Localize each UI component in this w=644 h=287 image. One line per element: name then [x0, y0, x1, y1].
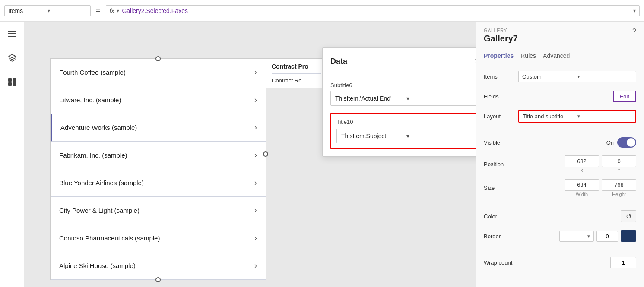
- edit-button[interactable]: Edit: [613, 91, 636, 102]
- properties-body: Items Custom ▾ Fields Edit Layout: [476, 63, 644, 287]
- size-label: Size: [484, 185, 518, 191]
- position-y-pair: Y: [602, 155, 636, 173]
- tab-rules[interactable]: Rules: [520, 49, 543, 63]
- formula-bar-chevron: ▾: [117, 8, 119, 14]
- resize-handle-right[interactable]: [263, 151, 268, 157]
- items-dropdown[interactable]: Items ▾: [4, 5, 91, 16]
- title10-dropdown[interactable]: ThisItem.Subject ▾: [336, 129, 476, 143]
- svg-rect-5: [13, 78, 16, 82]
- layout-row: Layout Title and subtitle ▾: [484, 109, 636, 123]
- data-panel-close-button[interactable]: ✕: [473, 55, 476, 68]
- gallery-item[interactable]: City Power & Light (sample) ›: [51, 197, 266, 224]
- svg-rect-7: [13, 82, 16, 86]
- size-height-pair: Height: [602, 179, 636, 197]
- formula-bar-dropdown-arrow: ▾: [633, 8, 636, 14]
- size-width-input[interactable]: [565, 179, 599, 191]
- divider-1: [484, 129, 636, 129]
- svg-rect-1: [8, 33, 16, 34]
- items-dropdown-label: Items: [8, 7, 48, 14]
- sidebar: [0, 22, 24, 287]
- subtitle6-dropdown[interactable]: ThisItem.'Actual End' ▾: [330, 91, 476, 106]
- grid-icon[interactable]: [5, 75, 19, 89]
- color-label: Color: [484, 213, 518, 220]
- toggle-switch[interactable]: [617, 137, 636, 148]
- divider-2: [484, 203, 636, 203]
- canvas-area: Fourth Coffee (sample) › Litware, Inc. (…: [24, 22, 476, 287]
- top-bar: Items ▾ = fx ▾ Gallery2.Selected.Faxes ▾: [0, 0, 644, 22]
- gallery-section-label: GALLERY: [484, 28, 632, 33]
- visible-label: Visible: [484, 139, 518, 146]
- subtitle6-value: ThisItem.'Actual End': [335, 95, 406, 102]
- formula-bar[interactable]: fx ▾ Gallery2.Selected.Faxes ▾: [106, 5, 640, 16]
- items-dropdown-props[interactable]: Custom ▾: [518, 71, 636, 82]
- data-panel: Data ✕ Subtitle6 ThisItem.'Actual End' ▾…: [322, 47, 476, 157]
- divider-3: [484, 249, 636, 249]
- resize-handle-bottom[interactable]: [155, 277, 161, 282]
- tab-properties[interactable]: Properties: [484, 49, 520, 63]
- gallery-list: Fourth Coffee (sample) › Litware, Inc. (…: [50, 58, 266, 280]
- size-row: Size Width Height: [484, 179, 636, 197]
- size-height-label: Height: [612, 192, 626, 197]
- help-icon[interactable]: ?: [632, 28, 636, 35]
- position-y-input[interactable]: [602, 155, 636, 167]
- layers-icon[interactable]: [5, 51, 19, 65]
- gallery-name: Gallery7: [484, 34, 632, 44]
- wrap-count-label: Wrap count: [484, 259, 518, 266]
- gallery-item[interactable]: Blue Yonder Airlines (sample) ›: [51, 169, 266, 197]
- gallery-item[interactable]: Contoso Pharmaceuticals (sample) ›: [51, 224, 266, 252]
- color-row: Color ↺: [484, 209, 636, 223]
- layout-dropdown[interactable]: Title and subtitle ▾: [518, 110, 636, 123]
- data-panel-header: Data ✕: [323, 48, 476, 75]
- size-width-label: Width: [576, 192, 588, 197]
- items-label: Items: [484, 73, 518, 80]
- visible-toggle: On: [606, 137, 636, 148]
- size-height-input[interactable]: [602, 179, 636, 191]
- hamburger-icon[interactable]: [5, 27, 19, 41]
- position-x-input[interactable]: [565, 155, 599, 167]
- data-panel-title: Data: [330, 57, 473, 66]
- items-row: Items Custom ▾: [484, 69, 636, 83]
- size-width-pair: Width: [565, 179, 599, 197]
- resize-handle-top[interactable]: [155, 56, 161, 61]
- subtitle6-label: Subtitle6: [330, 82, 476, 88]
- layout-value: Title and subtitle: [523, 113, 577, 120]
- canvas-preview: Contract Pro Contract Re: [266, 58, 327, 88]
- gallery-chevron-4: ›: [254, 178, 257, 187]
- equals-sign: =: [94, 6, 102, 15]
- title10-section: Title10 ThisItem.Subject ▾: [330, 113, 476, 149]
- gallery-item[interactable]: Litware, Inc. (sample) ›: [51, 86, 266, 114]
- svg-rect-4: [8, 78, 12, 82]
- border-style-dropdown[interactable]: — ▾: [559, 231, 594, 242]
- properties-panel: GALLERY Gallery7 ? Properties Rules Adva…: [476, 22, 644, 287]
- gallery-chevron-3: ›: [254, 151, 257, 160]
- title10-value: ThisItem.Subject: [341, 132, 406, 139]
- position-x-label: X: [580, 168, 583, 173]
- border-width-input[interactable]: [596, 231, 618, 242]
- gallery-item[interactable]: Adventure Works (sample) ›: [51, 114, 266, 142]
- formula-text: Gallery2.Selected.Faxes: [122, 7, 188, 14]
- position-label: Position: [484, 161, 518, 167]
- main-area: Fourth Coffee (sample) › Litware, Inc. (…: [0, 22, 644, 287]
- items-dropdown-chevron: ▾: [48, 8, 87, 14]
- border-color-swatch[interactable]: [621, 230, 636, 242]
- fields-row: Fields Edit: [484, 89, 636, 103]
- svg-rect-6: [8, 82, 12, 86]
- tab-advanced[interactable]: Advanced: [543, 49, 577, 63]
- layout-label: Layout: [484, 113, 518, 120]
- gallery-chevron-0: ›: [254, 68, 257, 77]
- color-swatch-refresh[interactable]: ↺: [621, 210, 636, 222]
- gallery-item[interactable]: Alpine Ski House (sample) ›: [51, 252, 266, 280]
- fields-label: Fields: [484, 93, 518, 100]
- position-x-pair: X: [565, 155, 599, 173]
- subtitle6-dropdown-chevron: ▾: [406, 95, 476, 102]
- svg-rect-2: [8, 36, 16, 37]
- canvas-preview-subtitle: Contract Re: [272, 77, 321, 84]
- items-value: Custom: [522, 73, 577, 80]
- position-row: Position X Y: [484, 155, 636, 173]
- wrap-count-input[interactable]: [610, 257, 636, 268]
- gallery-chevron-5: ›: [254, 206, 257, 215]
- gallery-chevron-1: ›: [254, 95, 257, 104]
- gallery-item[interactable]: Fourth Coffee (sample) ›: [51, 59, 266, 86]
- gallery-item[interactable]: Fabrikam, Inc. (sample) ›: [51, 142, 266, 169]
- fx-icon: fx: [110, 7, 114, 14]
